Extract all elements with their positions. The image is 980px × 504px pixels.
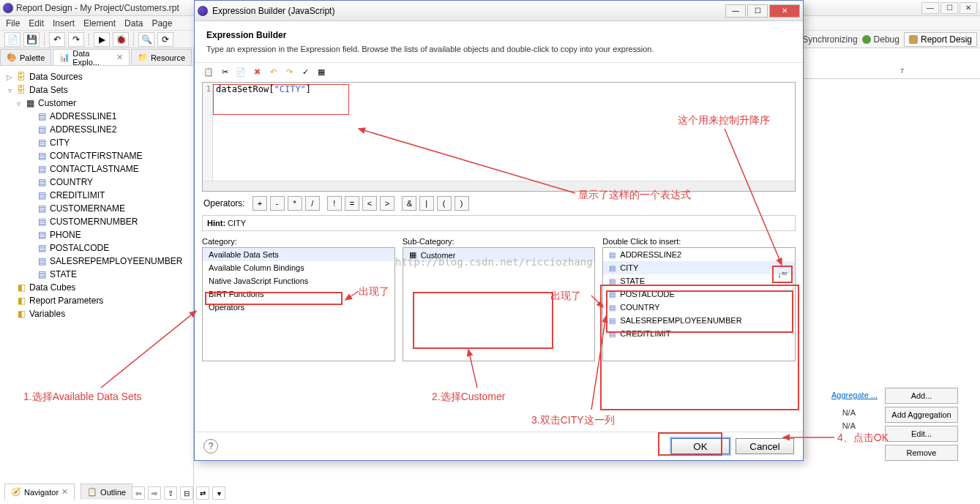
tree-report-parameters[interactable]: ◧Report Parameters bbox=[3, 294, 190, 307]
add-aggregation-button[interactable]: Add Aggregation bbox=[885, 407, 958, 423]
list-item[interactable]: Available Column Bindings bbox=[203, 261, 394, 274]
search-icon[interactable]: 🔍 bbox=[138, 32, 154, 47]
tree-data-cubes[interactable]: ◧Data Cubes bbox=[3, 281, 190, 294]
tab-navigator[interactable]: 🧭 Navigator ✕ bbox=[4, 484, 75, 500]
report-design-perspective[interactable]: Report Desig bbox=[904, 32, 977, 47]
tab-data-explorer[interactable]: 📊 Data Explo... ✕ bbox=[53, 49, 130, 65]
save-icon[interactable]: 💾 bbox=[23, 32, 40, 47]
tab-palette[interactable]: 🎨 Palette bbox=[0, 49, 51, 65]
menu-file[interactable]: File bbox=[6, 18, 20, 29]
list-item[interactable]: Available Data Sets bbox=[203, 248, 394, 261]
help-icon[interactable]: ? bbox=[203, 439, 218, 454]
maximize-button[interactable]: ☐ bbox=[940, 2, 958, 14]
copy-icon[interactable]: 📋 bbox=[202, 65, 215, 78]
list-item[interactable]: Operators bbox=[203, 301, 394, 314]
close-icon[interactable]: ✕ bbox=[61, 487, 68, 497]
menu-edit[interactable]: Edit bbox=[29, 18, 44, 29]
add-button[interactable]: Add... bbox=[885, 388, 958, 404]
minimize-button[interactable]: — bbox=[921, 2, 939, 14]
op-or[interactable]: | bbox=[419, 196, 434, 211]
list-item[interactable]: ▤CITY bbox=[603, 261, 795, 274]
op-minus[interactable]: - bbox=[270, 196, 285, 211]
forward-icon[interactable]: ⇨ bbox=[148, 486, 161, 500]
menu-icon[interactable]: ▾ bbox=[212, 486, 225, 500]
insert-listbox[interactable]: ▤ADDRESSLINE2 ▤CITY ▤STATE ▤POSTALCODE ▤… bbox=[602, 247, 796, 361]
tree-customer[interactable]: ▿▦Customer bbox=[3, 97, 190, 110]
tree-field[interactable]: ▤ADDRESSLINE2 bbox=[3, 123, 190, 136]
menu-page[interactable]: Page bbox=[152, 18, 172, 29]
list-item[interactable]: ▤CREDITLIMIT bbox=[603, 327, 795, 340]
op-div[interactable]: / bbox=[305, 196, 320, 211]
op-rparen[interactable]: ) bbox=[455, 196, 469, 211]
expression-textarea[interactable]: 1 dataSetRow["CITY"] bbox=[202, 82, 796, 192]
paste-icon[interactable]: 📄 bbox=[234, 65, 247, 78]
tree-data-sets[interactable]: ▿🗄Data Sets bbox=[3, 83, 190, 97]
op-plus[interactable]: + bbox=[253, 196, 267, 211]
list-item[interactable]: ▤COUNTRY bbox=[603, 301, 795, 314]
list-item[interactable]: ▤POSTALCODE bbox=[603, 287, 795, 301]
tree-field[interactable]: ▤CONTACTLASTNAME bbox=[3, 162, 190, 176]
op-lt[interactable]: < bbox=[362, 196, 377, 211]
list-item[interactable]: ▤STATE bbox=[603, 274, 795, 287]
dialog-close-button[interactable]: ✕ bbox=[769, 4, 800, 18]
op-lparen[interactable]: ( bbox=[437, 196, 452, 211]
tab-outline[interactable]: 📋 Outline bbox=[81, 484, 132, 500]
cut-icon[interactable]: ✂ bbox=[218, 65, 231, 78]
up-icon[interactable]: ⇧ bbox=[164, 486, 177, 500]
op-gt[interactable]: > bbox=[380, 196, 394, 211]
delete-icon[interactable]: ✖ bbox=[250, 65, 263, 78]
menu-element[interactable]: Element bbox=[83, 18, 116, 29]
close-icon[interactable]: ✕ bbox=[116, 53, 123, 62]
link-icon[interactable]: ⇄ bbox=[196, 486, 209, 500]
category-listbox[interactable]: Available Data Sets Available Column Bin… bbox=[202, 247, 395, 361]
debug-perspective[interactable]: Debug bbox=[862, 34, 899, 45]
run-icon[interactable]: ▶ bbox=[94, 32, 110, 47]
tree-field[interactable]: ▤POSTALCODE bbox=[3, 241, 190, 255]
close-button[interactable]: ✕ bbox=[960, 2, 977, 14]
sort-az-icon[interactable]: ↓ᵃᶻ bbox=[777, 270, 788, 279]
op-not[interactable]: ! bbox=[327, 196, 342, 211]
redo-icon[interactable]: ↷ bbox=[283, 65, 296, 78]
ok-button[interactable]: OK bbox=[671, 438, 730, 454]
op-mult[interactable]: * bbox=[288, 196, 302, 211]
cancel-button[interactable]: Cancel bbox=[736, 438, 794, 454]
list-item[interactable]: Native JavaScript Functions bbox=[203, 274, 394, 287]
refresh-icon[interactable]: ⟳ bbox=[157, 32, 173, 47]
tab-resource[interactable]: 📁 Resource bbox=[131, 49, 192, 65]
tree-field[interactable]: ▤PHONE bbox=[3, 228, 190, 241]
subcategory-listbox[interactable]: ▦Customer bbox=[403, 247, 596, 361]
tree-field[interactable]: ▤CUSTOMERNAME bbox=[3, 202, 190, 215]
undo-icon[interactable]: ↶ bbox=[266, 65, 280, 78]
undo-icon[interactable]: ↶ bbox=[49, 32, 65, 47]
list-item[interactable]: ▤SALESREPEMPLOYEENUMBER bbox=[603, 314, 795, 327]
validate-icon[interactable]: ✓ bbox=[299, 65, 312, 78]
tree-field[interactable]: ▤STATE bbox=[3, 268, 190, 281]
tree-field[interactable]: ▤ADDRESSLINE1 bbox=[3, 110, 190, 123]
dialog-maximize-button[interactable]: ☐ bbox=[747, 4, 768, 18]
tree-field[interactable]: ▤COUNTRY bbox=[3, 176, 190, 189]
tree-field[interactable]: ▤SALESREPEMPLOYEENUMBER bbox=[3, 255, 190, 268]
list-item[interactable]: BIRT Functions bbox=[203, 287, 394, 301]
tree-field[interactable]: ▤CREDITLIMIT bbox=[3, 189, 190, 202]
calendar-icon[interactable]: ▦ bbox=[315, 65, 328, 78]
tree-field[interactable]: ▤CONTACTFIRSTNAME bbox=[3, 149, 190, 162]
list-item[interactable]: ▤ADDRESSLINE2 bbox=[603, 248, 795, 261]
aggregate-column-header[interactable]: Aggregate ... bbox=[831, 391, 878, 399]
tree-variables[interactable]: ◧Variables bbox=[3, 307, 190, 320]
collapse-icon[interactable]: ⊟ bbox=[180, 486, 193, 500]
dialog-minimize-button[interactable]: — bbox=[725, 4, 746, 18]
debug-icon[interactable]: 🐞 bbox=[113, 32, 129, 47]
tree-field[interactable]: ▤CITY bbox=[3, 136, 190, 149]
menu-insert[interactable]: Insert bbox=[53, 18, 75, 29]
tree-data-sources[interactable]: ▷🗄Data Sources bbox=[3, 70, 190, 83]
back-icon[interactable]: ⇦ bbox=[132, 486, 145, 500]
redo-icon[interactable]: ↷ bbox=[68, 32, 84, 47]
op-and[interactable]: & bbox=[402, 196, 416, 211]
new-icon[interactable]: 📄 bbox=[4, 32, 20, 47]
remove-button[interactable]: Remove bbox=[885, 445, 958, 461]
op-eq[interactable]: = bbox=[345, 196, 359, 211]
horizontal-scrollbar[interactable] bbox=[203, 181, 795, 191]
menu-data[interactable]: Data bbox=[124, 18, 143, 29]
list-item[interactable]: ▦Customer bbox=[403, 248, 595, 262]
tree-field[interactable]: ▤CUSTOMERNUMBER bbox=[3, 215, 190, 228]
